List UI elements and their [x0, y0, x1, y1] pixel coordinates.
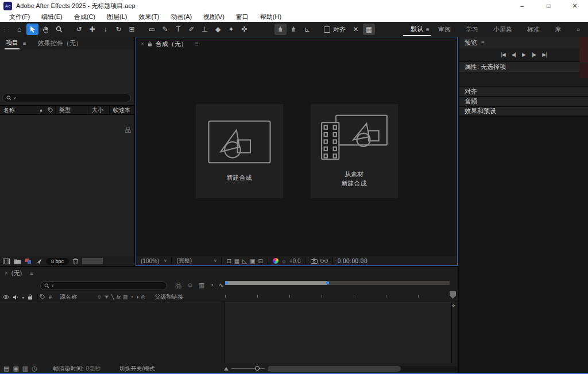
toolbar-grip[interactable]: ⋮⋮ — [0, 28, 13, 31]
channel-color-management-icon[interactable] — [273, 258, 278, 264]
work-area-start-handle[interactable] — [225, 282, 228, 284]
zoom-slider-track[interactable] — [231, 368, 265, 369]
magnification-dropdown[interactable]: (100%) ∨ — [141, 258, 167, 264]
preview-panel-header[interactable]: 预览 ≡ — [459, 37, 588, 48]
zoom-slider-knob[interactable] — [255, 366, 260, 371]
menu-layer[interactable]: 图层(L) — [101, 13, 133, 21]
expand-render-time-icon[interactable]: ◷ — [32, 365, 37, 372]
clone-stamp-tool[interactable]: ⊥ — [199, 24, 211, 35]
menu-file[interactable]: 文件(F) — [3, 13, 36, 21]
work-area-end-handle[interactable] — [326, 282, 329, 284]
time-ruler[interactable] — [225, 292, 450, 299]
expand-in-out-icon[interactable]: ▥ — [22, 365, 28, 372]
motion-blur-icon[interactable]: ◔ — [210, 282, 214, 290]
effects-presets-panel-header[interactable]: 效果和预设 — [459, 107, 588, 117]
work-area-fill[interactable] — [225, 281, 327, 285]
composition-marker-icon[interactable]: ❖ — [451, 303, 455, 309]
video-eye-icon[interactable] — [3, 295, 9, 299]
exposure-icon[interactable]: ☼ — [281, 258, 287, 264]
workspace-menu-icon[interactable]: ≡ — [426, 26, 430, 33]
lock-icon[interactable] — [148, 41, 152, 47]
new-folder-icon[interactable] — [14, 259, 21, 264]
zoom-tool[interactable] — [53, 24, 65, 35]
dolly-camera-tool[interactable]: ↓ — [99, 24, 111, 35]
workspace-tab-learn[interactable]: 学习 — [458, 22, 486, 36]
pan-camera-tool[interactable]: ✚ — [86, 24, 98, 35]
workspace-tab-libraries[interactable]: 库 — [547, 22, 568, 36]
menu-effect[interactable]: 效果(T) — [133, 13, 165, 21]
source-name-column[interactable]: 源名称 — [60, 293, 77, 301]
guides-options-icon[interactable]: ⊟ — [258, 258, 262, 264]
zoom-out-mountain-icon[interactable] — [224, 367, 229, 371]
close-tab-icon[interactable]: × — [141, 41, 144, 47]
collapse-switch-icon[interactable]: ☀ — [104, 294, 109, 300]
region-of-interest-icon[interactable]: ▣ — [250, 258, 255, 264]
column-size[interactable]: 大小 — [88, 106, 109, 114]
show-snapshot-icon[interactable] — [320, 259, 328, 263]
quality-switch-icon[interactable]: ╲ — [111, 294, 114, 300]
snapping-control[interactable]: 对齐 — [324, 25, 346, 34]
toggle-switches-modes-button[interactable]: 切换开关/模式 — [119, 365, 155, 373]
timeline-zoom-slider[interactable] — [224, 367, 274, 371]
tab-effect-controls[interactable]: 效果控件（无） — [38, 39, 82, 48]
parent-link-column[interactable]: 父级和链接 — [154, 293, 183, 301]
align-panel-header[interactable]: 对齐 — [459, 87, 588, 97]
scale-arrows-button[interactable]: ✕ — [350, 24, 362, 35]
solo-icon[interactable]: ● — [22, 295, 24, 299]
work-area-bar[interactable] — [225, 281, 450, 285]
audio-speaker-icon[interactable] — [13, 295, 18, 300]
track-lane-area[interactable] — [224, 302, 452, 363]
project-flowchart-icon[interactable]: 品 — [125, 126, 131, 134]
tab-timeline[interactable]: (无) — [11, 269, 22, 277]
maximize-button[interactable]: □ — [535, 0, 562, 11]
transparency-grid-icon[interactable]: ▦ — [234, 258, 239, 264]
previous-frame-button[interactable]: ◀| — [512, 52, 516, 57]
timeline-horizontal-scrollbar[interactable] — [268, 366, 458, 372]
frame-blend-icon[interactable]: ▥ — [199, 282, 204, 290]
close-tab-icon[interactable]: × — [5, 270, 8, 276]
delete-item-icon[interactable] — [73, 258, 78, 264]
menu-animation[interactable]: 动画(A) — [165, 13, 198, 21]
timeline-search-input[interactable]: ∨ — [40, 282, 167, 290]
mini-flowchart-icon[interactable]: 品 — [175, 282, 181, 290]
workspace-tab-standard[interactable]: 标准 — [520, 22, 547, 36]
menu-edit[interactable]: 编辑(E) — [36, 13, 68, 21]
composition-panel-menu-icon[interactable]: ≡ — [195, 41, 199, 47]
local-axis-mode-button[interactable]: ⋔ — [274, 24, 287, 35]
menu-help[interactable]: 帮助(H) — [254, 13, 287, 21]
timeline-panel-menu-icon[interactable]: ≡ — [30, 270, 33, 276]
project-search-input[interactable]: ∨ — [2, 94, 131, 102]
lock-icon[interactable] — [28, 294, 33, 300]
world-axis-mode-button[interactable]: ⋔ — [288, 24, 300, 35]
new-composition-button[interactable]: 新建合成 — [196, 104, 283, 198]
minimize-button[interactable]: – — [509, 0, 535, 11]
new-composition-from-footage-button[interactable]: 从素材 新建合成 — [311, 104, 398, 198]
shy-icon[interactable]: ☺ — [187, 282, 193, 290]
column-name[interactable]: 名称 — [0, 106, 36, 114]
expand-transfer-controls-icon[interactable]: ▣ — [13, 365, 18, 372]
bit-depth-button[interactable]: 8 bpc — [46, 258, 69, 265]
selection-tool[interactable] — [26, 24, 38, 35]
scrollbar-thumb[interactable] — [268, 366, 401, 372]
close-button[interactable]: ✕ — [562, 0, 588, 11]
shy-switch-icon[interactable]: ☺ — [96, 294, 102, 300]
project-settings-icon[interactable] — [25, 259, 32, 264]
play-button[interactable]: ▶ — [522, 52, 525, 57]
grid-options-button[interactable]: ▦ — [363, 24, 375, 35]
home-tool[interactable]: ⌂ — [13, 24, 25, 35]
label-tag-icon[interactable] — [40, 294, 45, 300]
fx-switch-icon[interactable]: fx — [117, 294, 121, 300]
project-flowchart-view-icon[interactable] — [36, 259, 42, 264]
timecode-display[interactable]: 0:00:00:00 — [338, 258, 368, 264]
workspace-tab-review[interactable]: 审阅 — [431, 22, 458, 36]
first-frame-button[interactable]: |◀ — [501, 52, 505, 57]
hand-tool[interactable] — [40, 24, 52, 35]
project-panel-menu-icon[interactable]: ≡ — [23, 40, 26, 47]
pen-tool[interactable]: ✎ — [159, 24, 171, 35]
graph-editor-icon[interactable]: ∿ — [219, 282, 224, 290]
mask-visibility-icon[interactable]: ◺ — [242, 258, 247, 264]
exposure-value[interactable]: +0.0 — [289, 258, 301, 264]
adjustment-layer-switch-icon[interactable]: ◑ — [136, 294, 138, 300]
3d-layer-switch-icon[interactable]: ◎ — [141, 294, 145, 300]
roto-brush-tool[interactable]: ✦ — [225, 24, 237, 35]
